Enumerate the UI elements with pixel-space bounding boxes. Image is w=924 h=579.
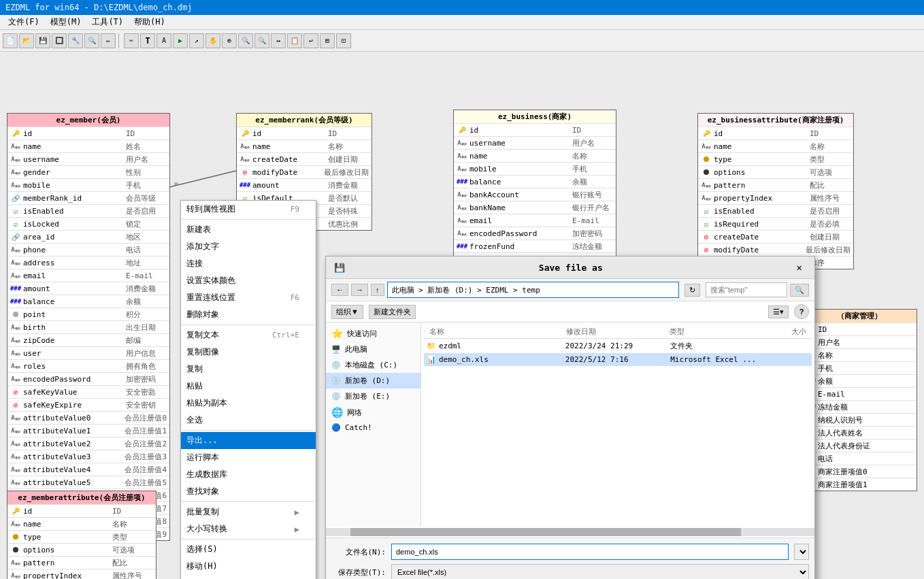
filetype-select[interactable]: Excel file(*.xls)	[391, 564, 809, 579]
member-row-address: Aᵩᵨ address 地址	[7, 256, 169, 269]
entity-businessmgr[interactable]: （商家管理） 🔑 ID Aᵩᵨ 用户名 Aᵩᵨ 名称 Aᵩᵨ 手机 ### 余额…	[802, 309, 917, 491]
sidebar-edrive[interactable]: 💿 新加卷 (E:)	[326, 388, 420, 404]
biz-row-name: Aᵩᵨ name 名称	[454, 149, 616, 162]
toolbar-hand-btn[interactable]: ✋	[205, 33, 220, 48]
toolbar-btn4[interactable]: 🔲	[52, 33, 67, 48]
toolbar-btn18[interactable]: 📋	[287, 33, 302, 48]
sidebar-thispc[interactable]: 🖥️ 此电脑	[326, 342, 420, 357]
view-toggle-btn[interactable]: ☰▾	[768, 305, 789, 318]
toolbar-btn14[interactable]: ⊕	[222, 33, 237, 48]
toolbar-btn5[interactable]: 🔧	[68, 33, 83, 48]
dot-battr2	[701, 167, 712, 178]
ctx-move[interactable]: 移动(H)	[181, 558, 316, 575]
biz-row-bankname: Aᵩᵨ bankName 银行开户名	[454, 201, 616, 214]
toolbar-new-btn[interactable]: 📄	[3, 33, 18, 48]
help-btn[interactable]: ?	[794, 304, 809, 319]
nav-forward-btn[interactable]: →	[351, 284, 368, 296]
toolbar-open-btn[interactable]: 📂	[19, 33, 34, 48]
toolbar-run-btn[interactable]: ▶	[173, 33, 188, 48]
menu-help[interactable]: 帮助(H)	[129, 15, 171, 29]
nav-refresh-btn[interactable]: ↻	[684, 284, 700, 297]
toolbar-btn12[interactable]: ↗	[189, 33, 204, 48]
rank-row-amount: ### amount 消费金额	[237, 178, 372, 191]
toolbar-text-btn[interactable]: T	[140, 33, 155, 48]
member-row-safekey: ⊘ safeKeyValue 安全密匙	[7, 385, 169, 398]
entity-member[interactable]: ez_member(会员) 🔑 id ID Aᵩᵨ name 姓名 Aᵩᵨ us…	[7, 113, 170, 541]
sidebar-network[interactable]: 🌐 网络	[326, 404, 420, 420]
ctx-copy-text[interactable]: 复制文本 Ctrl+E	[181, 327, 316, 344]
ctx-copy[interactable]: 复制	[181, 361, 316, 378]
nav-back-btn[interactable]: ←	[331, 284, 348, 296]
organize-btn[interactable]: 组织▼	[331, 305, 363, 319]
search-input[interactable]	[706, 282, 787, 297]
search-btn[interactable]: 🔍	[790, 284, 809, 297]
ctx-gen-db[interactable]: 生成数据库	[181, 466, 316, 483]
new-folder-btn[interactable]: 新建文件夹	[369, 305, 416, 319]
bool-icon2: ☑	[10, 218, 21, 229]
dialog-file-list: 名称 修改日期 类型 大小 📁ezdml 2022/3/24 21:29 文件夹…	[421, 322, 814, 527]
member-row-rank: 🔗 memberRank_id 会员等级	[7, 191, 169, 204]
file-row-ezdml[interactable]: 📁ezdml 2022/3/24 21:29 文件夹	[424, 339, 812, 353]
toolbar-btn19[interactable]: ↩	[303, 33, 318, 48]
ddrive-icon: 💿	[331, 376, 341, 385]
toolbar-btn20[interactable]: ⊞	[320, 33, 335, 48]
str-icon9: Aᵩᵨ	[10, 348, 21, 359]
menu-model[interactable]: 模型(M)	[45, 15, 87, 29]
ctx-connect[interactable]: 连接	[181, 255, 316, 272]
dialog-scroll-area[interactable]	[326, 528, 814, 536]
nav-up-btn[interactable]: ↑	[371, 284, 384, 296]
ctx-select[interactable]: 选择(S)	[181, 541, 316, 558]
ctx-run-script[interactable]: 运行脚本	[181, 449, 316, 466]
ctx-copy-image[interactable]: 复制图像	[181, 344, 316, 361]
num-icon: ###	[10, 283, 21, 294]
entity-memberattr[interactable]: ez_memberattribute(会员注册项) 🔑 id ID Aᵩᵨ na…	[7, 491, 156, 579]
dialog-content-area: ⭐ 快速访问 🖥️ 此电脑 💿 本地磁盘 (C:) 💿 新加卷 (D:) 💿	[326, 322, 814, 527]
menu-tools[interactable]: 工具(T)	[86, 15, 129, 29]
member-row-enc-pwd: Aᵩᵨ encodedPassword 加密密码	[7, 372, 169, 385]
mattr-row-options: options 可选项	[7, 543, 156, 556]
sidebar-cdrive[interactable]: 💿 本地磁盘 (C:)	[326, 357, 420, 373]
ctx-find[interactable]: 查找对象	[181, 483, 316, 500]
ctx-select-all[interactable]: 全选	[181, 412, 316, 429]
toolbar-btn7[interactable]: ✏️	[101, 33, 116, 48]
ctx-delete[interactable]: 删除对象	[181, 306, 316, 323]
ctx-case-convert[interactable]: 大小写转换 ▶	[181, 520, 316, 537]
sidebar-catch[interactable]: 🔵 Catch!	[326, 420, 420, 435]
network-label: 网络	[347, 408, 362, 418]
toolbar-zoom-in-btn[interactable]: 🔍	[238, 33, 253, 48]
str-mattr3: Aᵩᵨ	[10, 570, 21, 579]
toolbar-find-btn[interactable]: 🔍	[84, 33, 99, 48]
toolbar-btn10[interactable]: A	[156, 33, 171, 48]
dot-mattr1	[10, 531, 21, 542]
sidebar-quickaccess[interactable]: ⭐ 快速访问	[326, 325, 420, 342]
filename-input[interactable]	[391, 544, 789, 560]
sidebar-ddrive[interactable]: 💿 新加卷 (D:)	[326, 373, 420, 388]
ctx-paste[interactable]: 粘贴	[181, 378, 316, 395]
ctx-set-color[interactable]: 设置实体颜色	[181, 272, 316, 289]
entity-businessattr[interactable]: ez_businessattribute(商家注册项) 🔑 id ID Aᵩᵨ …	[697, 113, 854, 269]
ctx-batch-copy[interactable]: 批量复制 ▶	[181, 503, 316, 520]
ctx-new-table[interactable]: 新建表	[181, 221, 316, 238]
ctx-add-text[interactable]: 添加文字	[181, 238, 316, 255]
cdrive-icon: 💿	[331, 361, 341, 369]
ctx-goto-attr[interactable]: 转到属性视图 F9	[181, 201, 316, 218]
file-row-demo[interactable]: 📊demo_ch.xls 2022/5/12 7:16 Microsoft Ex…	[424, 353, 812, 366]
context-menu[interactable]: 转到属性视图 F9 新建表 添加文字 连接 设置实体颜色 重置连线位置 F6 删…	[180, 200, 316, 579]
toolbar-btn21[interactable]: ⊡	[336, 33, 351, 48]
ctx-export[interactable]: 导出...	[181, 432, 316, 449]
toolbar-zoom-out-btn[interactable]: 🔍	[254, 33, 269, 48]
ctx-paste-copy[interactable]: 粘贴为副本	[181, 395, 316, 412]
str-icon12: Aᵩᵨ	[10, 412, 21, 423]
entity-business[interactable]: ez_business(商家) 🔑 id ID Aᵩᵨ username 用户名…	[453, 110, 616, 266]
dialog-close-btn[interactable]: ✕	[793, 261, 806, 274]
menu-file[interactable]: 文件(F)	[3, 15, 45, 29]
breadcrumb-bar[interactable]: 此电脑 > 新加卷 (D:) > EZDML > temp	[387, 282, 680, 298]
str-icon3: Aᵩᵨ	[10, 167, 21, 178]
no-icon: ⊘	[10, 386, 21, 397]
toolbar-delete-btn[interactable]: ✂️	[124, 33, 139, 48]
toolbar-save-btn[interactable]: 💾	[35, 33, 50, 48]
filename-dropdown[interactable]	[794, 544, 809, 560]
ctx-zoom-in[interactable]: 放大(Z)	[181, 575, 316, 579]
ctx-reset-line[interactable]: 重置连线位置 F6	[181, 289, 316, 306]
toolbar-btn17[interactable]: ↔	[271, 33, 286, 48]
